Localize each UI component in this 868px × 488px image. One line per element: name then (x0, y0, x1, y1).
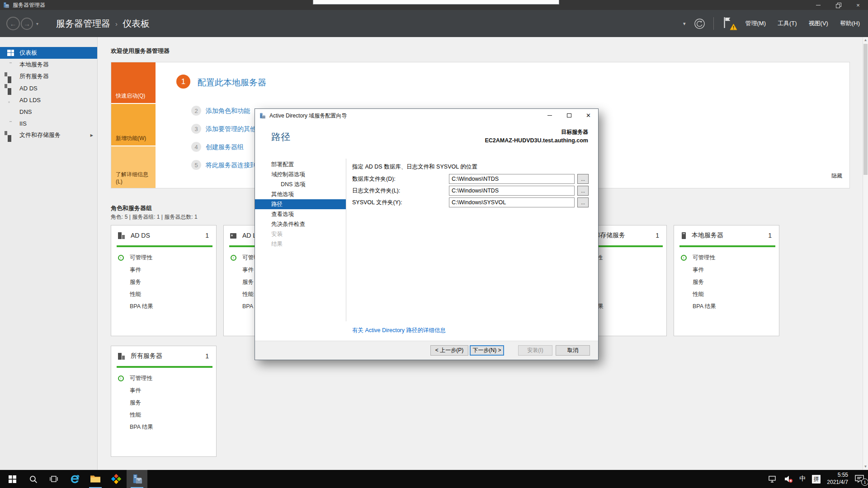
sidebar-item-local-server[interactable]: 本地服务器 (0, 59, 97, 70)
tile-row-manageability[interactable]: ↑可管理性 (117, 252, 216, 264)
expand-arrow-icon[interactable]: ▶ (90, 133, 93, 137)
server-manager-taskbar-button[interactable] (127, 470, 147, 488)
breadcrumb-root[interactable]: 服务器管理器 (56, 18, 110, 30)
close-button[interactable]: × (848, 0, 868, 10)
log-folder-browse-button[interactable]: ... (577, 186, 589, 196)
tile-row-manageability[interactable]: ↑可管理性 (679, 252, 779, 264)
task-view-button[interactable] (43, 470, 64, 488)
maximize-icon (567, 113, 571, 117)
menu-help[interactable]: 帮助(H) (838, 18, 862, 29)
sidebar-item-ad-ds[interactable]: AD DS (0, 82, 97, 94)
refresh-icon[interactable] (694, 18, 705, 29)
tile-row-services[interactable]: 服务 (117, 276, 216, 288)
tile-row-events[interactable]: 事件 (679, 264, 779, 276)
cancel-button[interactable]: 取消 (556, 345, 590, 356)
notification-flag-icon[interactable] (722, 16, 736, 31)
wizard-step-review[interactable]: 查看选项 (255, 209, 346, 219)
tile-all-servers[interactable]: 所有服务器 1 ↑可管理性 事件 服务 性能 BPA 结果 (111, 346, 217, 457)
quick-start-tab[interactable]: 快速启动(Q) (111, 62, 156, 103)
wizard-step-deployment[interactable]: 部署配置 (255, 160, 346, 169)
dialog-close-button[interactable]: ✕ (579, 109, 598, 122)
quick-start-label: 快速启动(Q) (116, 92, 145, 100)
tile-count: 1 (205, 352, 209, 360)
nav-history-caret-icon[interactable]: ▾ (36, 21, 38, 26)
minimize-button[interactable] (808, 0, 828, 10)
tile-row-performance[interactable]: 性能 (679, 288, 779, 300)
windows-logo-icon (9, 475, 16, 483)
menu-view[interactable]: 视图(V) (807, 18, 830, 29)
tile-row-manageability[interactable]: ↑可管理性 (117, 372, 216, 385)
network-icon[interactable] (768, 475, 778, 483)
tile-ad-ds[interactable]: AD DS 1 ↑可管理性 事件 服务 性能 BPA 结果 (111, 225, 217, 336)
menu-tools[interactable]: 工具(T) (776, 18, 799, 29)
sidebar-item-file-storage[interactable]: 文件和存储服务 ▶ (0, 129, 97, 141)
paths-help-link[interactable]: 有关 Active Directory 路径的详细信息 (352, 327, 446, 334)
search-button[interactable] (23, 470, 43, 488)
background-window-edge (313, 0, 559, 5)
scroll-up-arrow[interactable]: ▲ (863, 38, 868, 43)
up-arrow-icon: ↑ (118, 255, 124, 261)
tile-local-server[interactable]: 本地服务器 1 ↑可管理性 事件 服务 性能 BPA 结果 (674, 225, 779, 336)
database-folder-input[interactable] (449, 174, 575, 184)
database-folder-browse-button[interactable]: ... (577, 174, 589, 184)
previous-button[interactable]: < 上一步(P) (430, 345, 468, 356)
internet-explorer-button[interactable] (64, 470, 85, 488)
step-4-link[interactable]: 创建服务器组 (206, 143, 244, 151)
ime-input-indicator[interactable]: 拼 (812, 475, 821, 483)
sidebar-item-dns[interactable]: DNS (0, 106, 97, 117)
wizard-step-dns-options[interactable]: DNS 选项 (255, 179, 346, 189)
sidebar-item-label: AD DS (19, 85, 38, 92)
vertical-scrollbar[interactable]: ▲ ▼ (863, 37, 868, 470)
roles-summary: 角色: 5 | 服务器组: 1 | 服务器总数: 1 (111, 213, 198, 221)
wizard-step-paths[interactable]: 路径 (255, 199, 346, 209)
tile-row-bpa[interactable]: BPA 结果 (679, 300, 779, 313)
chevron-down-icon[interactable]: ▾ (683, 21, 686, 27)
scroll-down-arrow[interactable]: ▼ (863, 464, 868, 469)
tile-name: 所有服务器 (131, 352, 162, 360)
sidebar-item-dashboard[interactable]: 仪表板 (0, 47, 97, 59)
tile-row-events[interactable]: 事件 (117, 264, 216, 276)
tile-row-services[interactable]: 服务 (679, 276, 779, 288)
step-2-link[interactable]: 添加角色和功能 (206, 107, 250, 115)
sysvol-folder-label: SYSVOL 文件夹(Y): (352, 199, 449, 206)
sidebar-item-ad-lds[interactable]: AD LDS (0, 94, 97, 106)
ad-ds-icon (118, 232, 125, 239)
wizard-step-dc-options[interactable]: 域控制器选项 (255, 169, 346, 179)
pinwheel-app-button[interactable] (106, 470, 127, 488)
tile-row-services[interactable]: 服务 (117, 397, 216, 409)
taskbar-clock[interactable]: 5:55 2021/4/7 (827, 472, 848, 486)
ime-mode-indicator[interactable]: 中 (799, 475, 806, 483)
forward-button[interactable]: → (21, 18, 33, 30)
menu-manage[interactable]: 管理(M) (744, 18, 768, 29)
tile-row-performance[interactable]: 性能 (117, 288, 216, 300)
dialog-maximize-button[interactable] (559, 109, 579, 122)
wizard-step-additional-options[interactable]: 其他选项 (255, 189, 346, 199)
window-title: 服务器管理器 (13, 1, 45, 9)
log-folder-input[interactable] (449, 186, 575, 196)
tile-row-bpa[interactable]: BPA 结果 (117, 300, 216, 313)
start-button[interactable] (2, 470, 23, 488)
hide-link[interactable]: 隐藏 (831, 172, 842, 180)
sysvol-folder-browse-button[interactable]: ... (577, 197, 589, 207)
restore-button[interactable] (828, 0, 848, 10)
sidebar-item-label: 所有服务器 (19, 72, 49, 80)
next-button[interactable]: 下一步(N) > (470, 345, 504, 356)
sysvol-folder-input[interactable] (449, 197, 575, 207)
tile-row-performance[interactable]: 性能 (117, 409, 216, 421)
tile-row-events[interactable]: 事件 (117, 385, 216, 397)
dialog-minimize-button[interactable] (540, 109, 559, 122)
sidebar-item-all-servers[interactable]: 所有服务器 (0, 70, 97, 82)
whats-new-tab[interactable]: 新增功能(W) (111, 104, 156, 145)
divider (346, 159, 346, 321)
sidebar-item-label: 文件和存储服务 (19, 131, 61, 139)
action-center-button[interactable]: 1 (854, 474, 865, 484)
file-explorer-button[interactable] (85, 470, 106, 488)
tile-row-bpa[interactable]: BPA 结果 (117, 421, 216, 433)
volume-muted-icon[interactable] (784, 475, 793, 483)
wizard-step-prereq-check[interactable]: 先决条件检查 (255, 219, 346, 229)
back-button[interactable]: ← (6, 17, 20, 30)
learn-more-tab[interactable]: 了解详细信息(L) (111, 146, 156, 188)
scrollbar-thumb[interactable] (863, 44, 868, 175)
sidebar-item-iis[interactable]: IIS (0, 117, 97, 129)
step-1-link[interactable]: 配置此本地服务器 (198, 77, 266, 89)
